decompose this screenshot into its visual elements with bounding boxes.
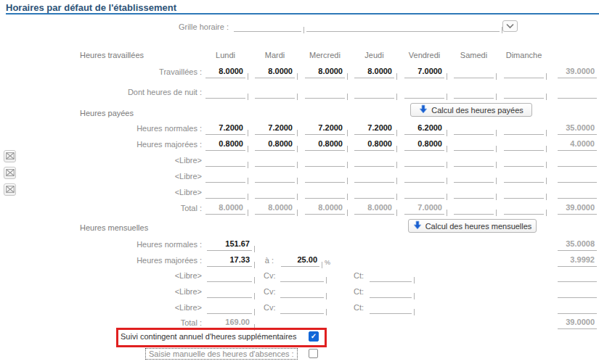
- total-field: [558, 155, 597, 167]
- hours-field[interactable]: [354, 155, 394, 167]
- total-field: 39.0000: [558, 203, 597, 215]
- row-label: Total :: [73, 204, 202, 212]
- cv-label: Cv:: [264, 271, 278, 280]
- grille-horaire-dropdown-button[interactable]: [502, 20, 518, 32]
- grille-horaire-combo-field[interactable]: [306, 20, 500, 32]
- hours-field[interactable]: [255, 87, 295, 99]
- hours-field[interactable]: [354, 87, 394, 99]
- day-header-lundi: Lundi: [200, 51, 250, 59]
- hours-field: [504, 203, 544, 215]
- hours-field[interactable]: [504, 87, 544, 99]
- row-monthly-majorees: Heures majorées : 17.33 à : 25.00 % 3.99…: [0, 255, 599, 268]
- cv-label: Cv:: [264, 303, 278, 312]
- row-label: Heures normales :: [73, 240, 202, 249]
- hours-field[interactable]: 0.8000: [354, 139, 394, 151]
- hours-field[interactable]: [205, 155, 245, 167]
- hours-field[interactable]: [504, 171, 544, 183]
- hours-field[interactable]: [504, 155, 544, 167]
- hours-field[interactable]: 0.8000: [255, 139, 295, 151]
- hours-field[interactable]: [404, 87, 444, 99]
- envelope-button-2[interactable]: [4, 167, 16, 179]
- hours-field[interactable]: [305, 171, 345, 183]
- row-travaillees: Travaillées :8.00008.00008.00008.00007.0…: [0, 67, 599, 80]
- hours-field[interactable]: 7.2000: [255, 123, 295, 135]
- hours-field[interactable]: 8.0000: [305, 67, 345, 78]
- hours-field[interactable]: 8.0000: [354, 67, 394, 78]
- hours-field[interactable]: [255, 155, 295, 167]
- hours-field[interactable]: [305, 187, 345, 199]
- hours-field[interactable]: [454, 67, 494, 78]
- envelope-button-3[interactable]: [4, 183, 16, 196]
- libre-field[interactable]: [207, 270, 252, 282]
- hours-field[interactable]: [354, 187, 394, 199]
- hours-field: 8.0000: [205, 203, 245, 215]
- grille-horaire-code-field[interactable]: [234, 20, 301, 32]
- hours-field: 8.0000: [354, 203, 394, 215]
- hours-field[interactable]: [205, 171, 245, 183]
- hours-field[interactable]: [354, 171, 394, 183]
- saisie-manuelle-checkbox[interactable]: [309, 349, 318, 358]
- hours-field[interactable]: 7.2000: [305, 123, 345, 135]
- hours-field[interactable]: [404, 155, 444, 167]
- hours-field[interactable]: [454, 139, 494, 151]
- section-heures-payees: Heures payées: [80, 109, 134, 117]
- ct-field[interactable]: [370, 286, 412, 298]
- row-monthly-normales: Heures normales : 151.67 35.0008: [0, 239, 599, 252]
- hours-field[interactable]: [205, 187, 245, 199]
- day-header-mardi: Mardi: [250, 51, 300, 59]
- hours-field[interactable]: [454, 123, 494, 135]
- row-label: Heures majorées :: [73, 256, 202, 265]
- hours-field[interactable]: [454, 171, 494, 183]
- hours-field[interactable]: [255, 187, 295, 199]
- calc-heures-payees-label: Calcul des heures payées: [431, 106, 523, 115]
- hours-field[interactable]: 6.2000: [404, 123, 444, 135]
- hours-field[interactable]: [404, 187, 444, 199]
- monthly-majorees-field[interactable]: 17.33: [207, 255, 252, 267]
- monthly-normales-field[interactable]: 151.67: [207, 239, 252, 251]
- libre-field[interactable]: [207, 286, 252, 298]
- cv-field[interactable]: [280, 302, 324, 314]
- hours-field[interactable]: [305, 87, 345, 99]
- libre-field[interactable]: [207, 302, 252, 314]
- hours-field[interactable]: [504, 187, 544, 199]
- hours-field[interactable]: [504, 139, 544, 151]
- ct-label: Ct:: [354, 287, 368, 296]
- monthly-total-total: 39.0000: [558, 318, 597, 329]
- hours-field[interactable]: [454, 187, 494, 199]
- ct-field[interactable]: [370, 270, 412, 282]
- hours-field[interactable]: 8.0000: [255, 67, 295, 78]
- total-field: [558, 302, 597, 314]
- hours-field[interactable]: 0.8000: [404, 139, 444, 151]
- percent-sign: %: [325, 259, 330, 266]
- calc-heures-mensuelles-button[interactable]: Calcul des heures mensuelles: [408, 219, 537, 233]
- row-paid-libre-2: <Libre>: [0, 171, 599, 184]
- envelope-icon: [6, 186, 15, 194]
- hours-field[interactable]: [404, 171, 444, 183]
- majoration-rate-field[interactable]: 25.00: [281, 255, 319, 267]
- row-paid-libre-3: <Libre>: [0, 187, 599, 200]
- hours-field[interactable]: 7.0000: [404, 67, 444, 78]
- day-header-vendredi: Vendredi: [399, 51, 449, 59]
- hours-field[interactable]: [504, 67, 544, 78]
- hours-field[interactable]: 7.2000: [354, 123, 394, 135]
- hours-field[interactable]: 8.0000: [205, 67, 245, 78]
- hours-field[interactable]: 0.8000: [305, 139, 345, 151]
- blue-down-arrow-icon: [419, 104, 428, 115]
- hours-field[interactable]: [305, 155, 345, 167]
- hours-field[interactable]: [255, 171, 295, 183]
- hours-field[interactable]: [205, 87, 245, 99]
- cv-field[interactable]: [280, 286, 324, 298]
- ct-field[interactable]: [370, 302, 412, 314]
- hours-field[interactable]: 7.2000: [205, 123, 245, 135]
- total-field: [558, 286, 597, 298]
- hours-field[interactable]: [454, 87, 494, 99]
- total-field: 35.0000: [558, 123, 597, 135]
- envelope-button-1[interactable]: [4, 150, 16, 162]
- hours-field[interactable]: [454, 155, 494, 167]
- cv-field[interactable]: [280, 270, 324, 282]
- hours-field[interactable]: 0.8000: [205, 139, 245, 151]
- calc-heures-payees-button[interactable]: Calcul des heures payées: [410, 103, 532, 117]
- total-field: [558, 270, 597, 282]
- hours-field[interactable]: [504, 123, 544, 135]
- suivi-contingent-checkbox[interactable]: ✓: [309, 331, 319, 342]
